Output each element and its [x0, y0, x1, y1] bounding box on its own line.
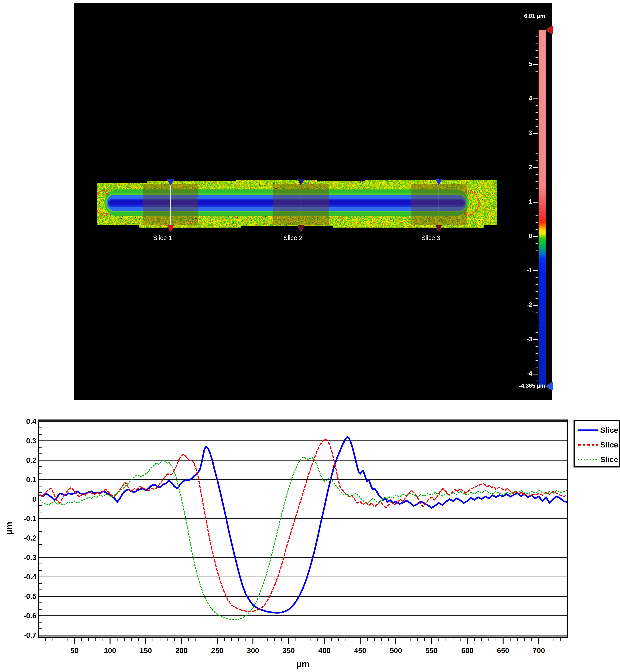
- colorbar-minor-tick: [535, 277, 538, 278]
- profile-chart: 5010015020025030035040045050055060065070…: [0, 408, 620, 672]
- colorbar-minor-tick: [535, 312, 538, 312]
- slice-2-line[interactable]: [301, 185, 301, 231]
- y-tick-label: -0.3: [24, 553, 36, 562]
- colorbar-tick-label: 2: [518, 164, 532, 171]
- app-root: Slice 1Slice 2Slice 3 6.01 µm 543210-1-2…: [0, 0, 620, 672]
- legend-label: Slice 3: [600, 455, 620, 464]
- x-tick-label: 700: [533, 647, 545, 655]
- colorbar-minor-tick: [535, 209, 538, 209]
- colorbar-major-tick: [533, 99, 538, 99]
- colorbar-minor-tick: [535, 174, 538, 175]
- colorbar-minor-tick: [535, 353, 538, 354]
- x-tick-label: 100: [104, 647, 116, 655]
- colorbar-minor-tick: [535, 195, 538, 195]
- colorbar-minor-tick: [535, 92, 538, 92]
- x-tick-label: 600: [461, 647, 473, 655]
- plot-box: [39, 420, 567, 637]
- colorbar-minor-tick: [535, 126, 538, 127]
- colorbar-minor-tick: [535, 160, 538, 161]
- colorbar-minor-tick: [535, 380, 538, 381]
- slice-2-top-handle[interactable]: [298, 179, 304, 186]
- colorbar-minor-tick: [535, 257, 538, 257]
- colorbar-gradient: [538, 30, 546, 386]
- colorbar-tick-label: -3: [518, 336, 532, 343]
- colorbar-minor-tick: [535, 85, 538, 86]
- colorbar-minor-tick: [535, 50, 538, 51]
- colorbar-max-handle[interactable]: [546, 26, 553, 34]
- y-tick-label: -0.7: [24, 631, 36, 639]
- colorbar-min-label: -4.365 µm: [519, 382, 545, 389]
- x-axis-title: µm: [297, 659, 310, 669]
- x-tick-label: 50: [70, 647, 79, 655]
- colorbar-minor-tick: [535, 332, 538, 333]
- colorbar-minor-tick: [535, 44, 538, 44]
- colorbar-major-tick: [533, 339, 538, 340]
- y-tick-label: 0.4: [26, 417, 36, 425]
- colorbar-minor-tick: [535, 112, 538, 113]
- x-tick-label: 500: [390, 647, 402, 655]
- colorbar-minor-tick: [535, 319, 538, 319]
- colorbar-minor-tick: [535, 71, 538, 71]
- slice-3-line[interactable]: [438, 185, 439, 231]
- series-slice-3-path: [40, 457, 567, 620]
- colorbar-major-tick: [533, 236, 538, 237]
- y-tick-label: -0.2: [24, 534, 36, 542]
- y-tick-label: 0: [32, 495, 36, 503]
- legend-label: Slice 1: [600, 426, 620, 434]
- x-tick-label: 300: [247, 647, 259, 655]
- colorbar-minor-tick: [535, 188, 538, 189]
- colorbar-minor-tick: [535, 325, 538, 326]
- colorbar-minor-tick: [535, 264, 538, 264]
- colorbar-minor-tick: [535, 153, 538, 154]
- colorbar-major-tick: [533, 202, 538, 203]
- colorbar-major-tick: [533, 133, 538, 134]
- colorbar-minor-tick: [535, 243, 538, 244]
- slice-1-line[interactable]: [170, 185, 171, 231]
- colorbar-tick-label: -2: [518, 301, 532, 308]
- colorbar-major-tick: [533, 374, 538, 374]
- colorbar-minor-tick: [535, 215, 538, 216]
- colorbar-major-tick: [533, 167, 538, 168]
- colorbar-minor-tick: [535, 222, 538, 223]
- colorbar-minor-tick: [535, 37, 538, 37]
- colorbar-minor-tick: [535, 57, 538, 58]
- y-tick-label: -0.4: [24, 573, 37, 581]
- colorbar-major-tick: [533, 64, 538, 65]
- x-tick-label: 200: [175, 647, 188, 655]
- x-tick-label: 350: [282, 647, 295, 655]
- colorbar-minor-tick: [535, 78, 538, 79]
- slice-2-bottom-handle[interactable]: [298, 225, 304, 231]
- y-tick-label: 0.2: [26, 456, 36, 464]
- y-tick-label: -0.1: [24, 514, 36, 523]
- colorbar-minor-tick: [535, 360, 538, 361]
- height-colorbar: 6.01 µm 543210-1-2-3-4 -4.365 µm: [511, 3, 552, 400]
- y-tick-label: -0.5: [24, 592, 36, 601]
- colorbar-minor-tick: [535, 140, 538, 140]
- series-slice-1-path: [40, 437, 567, 613]
- slice-3-bottom-handle[interactable]: [435, 225, 442, 231]
- x-tick-label: 550: [425, 647, 438, 655]
- y-tick-label: -0.6: [24, 612, 36, 620]
- y-tick-label: 0.1: [26, 475, 36, 484]
- colorbar-minor-tick: [535, 298, 538, 299]
- slice-3-top-handle[interactable]: [435, 179, 442, 186]
- colorbar-minor-tick: [535, 229, 538, 230]
- x-tick-label: 400: [318, 647, 330, 655]
- surface-map-panel: Slice 1Slice 2Slice 3 6.01 µm 543210-1-2…: [74, 3, 552, 400]
- colorbar-min-handle[interactable]: [546, 382, 553, 391]
- colorbar-tick-label: 4: [518, 95, 532, 102]
- colorbar-tick-label: 3: [518, 130, 532, 136]
- legend-label: Slice 2: [600, 441, 620, 449]
- colorbar-tick-label: 1: [518, 198, 532, 205]
- y-axis-title: µm: [4, 522, 14, 535]
- slice-1-bottom-handle[interactable]: [167, 225, 174, 231]
- colorbar-minor-tick: [535, 291, 538, 292]
- colorbar-minor-tick: [535, 346, 538, 347]
- colorbar-tick-label: 5: [518, 60, 532, 67]
- slice-1-top-handle[interactable]: [167, 179, 174, 186]
- colorbar-tick-label: 0: [518, 232, 532, 240]
- chart-legend: Slice 1Slice 2Slice 3: [574, 421, 620, 467]
- colorbar-minor-tick: [535, 250, 538, 251]
- colorbar-minor-tick: [535, 119, 538, 120]
- colorbar-max-label: 6.01 µm: [524, 13, 545, 19]
